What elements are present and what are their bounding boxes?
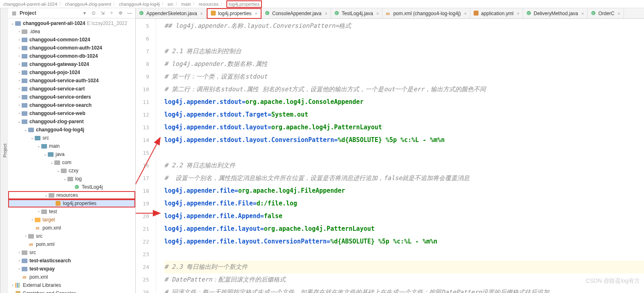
tree-item[interactable]: ›src — [8, 248, 135, 257]
tree-item[interactable]: mpom.xml — [8, 273, 135, 281]
chevron-right-icon[interactable]: › — [17, 29, 21, 34]
chevron-down-icon[interactable]: ⌄ — [30, 136, 34, 140]
code-line[interactable] — [164, 146, 644, 159]
tree-item[interactable]: ›changgou4-service-auth-1024 — [8, 77, 135, 85]
project-side-label[interactable]: Project — [0, 8, 8, 293]
expand-all-icon[interactable]: ⇲ — [99, 10, 106, 16]
chevron-right-icon[interactable]: › — [17, 95, 21, 99]
tree-item[interactable]: ›target — [8, 216, 135, 224]
tree-item[interactable]: ›test-elasticsearch — [8, 257, 135, 265]
code-line[interactable]: log4j.appender.file.layout.ConversionPat… — [164, 235, 644, 248]
chevron-down-icon[interactable]: ⌄ — [11, 21, 15, 25]
code-line[interactable]: log4j.appender.file.File=d:/file.log — [164, 197, 644, 210]
tree-item[interactable]: ›changgou4-service-web — [8, 109, 135, 117]
tree-item[interactable]: ›test-wxpay — [8, 265, 135, 273]
code-line[interactable]: # 第一行：一个类，设置别名stdout — [164, 70, 644, 83]
chevron-down-icon[interactable]: ⌄ — [44, 193, 48, 197]
tree-item[interactable]: ⌄log — [8, 175, 135, 183]
tree-item[interactable]: mpom.xml — [8, 224, 135, 232]
code-line[interactable]: # DatePattern：配置回滚文件的后缀格式 — [164, 273, 644, 286]
chevron-down-icon[interactable]: ⌄ — [24, 128, 28, 132]
tree-item[interactable]: ›changgou4-service-cart — [8, 85, 135, 93]
tree-item[interactable]: ⌄src — [8, 134, 135, 142]
chevron-right-icon[interactable]: › — [17, 259, 21, 263]
code-line[interactable]: # log4j.appender.数据名称.属性 — [164, 58, 644, 70]
hide-icon[interactable]: — — [126, 10, 133, 16]
chevron-right-icon[interactable]: › — [17, 111, 21, 115]
editor-tab[interactable]: log4j.properties× — [207, 8, 262, 19]
code-line[interactable]: log4j.appender.file.layout=org.apache.lo… — [164, 223, 644, 235]
tree-item[interactable]: ›changgou4-gateway-1024 — [8, 60, 135, 68]
editor-tab[interactable]: application.yml× — [470, 8, 523, 18]
close-icon[interactable]: × — [200, 11, 203, 16]
chevron-down-icon[interactable]: ⌄ — [37, 144, 41, 148]
code-line[interactable]: # 2.1 将日志输出到控制台 — [164, 45, 644, 58]
chevron-right-icon[interactable]: › — [17, 70, 21, 74]
code-editor[interactable]: ## log4j.appender.名称.layout.ConversionPa… — [156, 19, 644, 293]
tree-item[interactable]: mpom.xml — [8, 240, 135, 248]
code-line[interactable]: # 设置一个别名，属性指定消息输出文件所在位置，设置是否将消息进行追加，fals… — [164, 172, 644, 185]
chevron-right-icon[interactable]: › — [17, 54, 21, 58]
editor-tab[interactable]: mpom.xml (changgou4-log-log4j)× — [382, 8, 470, 18]
tree-item[interactable]: log4j.properties — [8, 199, 135, 207]
breadcrumb-segment[interactable]: src — [168, 2, 174, 7]
code-line[interactable]: log4j.appender.file.Append=false — [164, 210, 644, 223]
breadcrumb-segment[interactable]: changgou4-log-log4j — [119, 2, 160, 7]
chevron-down-icon[interactable]: ⌄ — [63, 177, 67, 181]
tree-item[interactable]: ›changgou4-common-db-1024 — [8, 52, 135, 60]
tree-item[interactable]: ›External Libraries — [8, 281, 135, 289]
chevron-down-icon[interactable]: ⌄ — [56, 169, 60, 173]
select-opened-icon[interactable]: ⊙ — [90, 10, 97, 16]
chevron-right-icon[interactable]: › — [17, 103, 21, 107]
tree-item[interactable]: ›changgou4-common-1024 — [8, 36, 135, 44]
chevron-right-icon[interactable]: › — [17, 79, 21, 83]
tree-item[interactable]: ⌄com — [8, 158, 135, 167]
chevron-right-icon[interactable]: › — [37, 210, 41, 214]
tree-item[interactable]: ›Scratches and Consoles — [8, 289, 135, 293]
chevron-down-icon[interactable]: ⌄ — [43, 152, 47, 156]
code-line[interactable] — [164, 248, 644, 261]
tree-item[interactable]: ⌄changgou4-zlog-parent — [8, 117, 135, 126]
code-line[interactable]: # 2.2 将日志输出到文件 — [164, 159, 644, 172]
code-line[interactable] — [164, 32, 644, 45]
tree-item[interactable]: ›changgou4-common-auth-1024 — [8, 44, 135, 52]
tree-item[interactable]: ›.idea — [8, 27, 135, 36]
breadcrumb-segment[interactable]: main — [181, 2, 191, 7]
code-line[interactable]: log4j.appender.stdout=org.apache.log4j.C… — [164, 96, 644, 108]
close-icon[interactable]: × — [581, 11, 584, 16]
chevron-right-icon[interactable]: › — [11, 283, 15, 287]
chevron-down-icon[interactable]: ▾ — [81, 10, 88, 16]
close-icon[interactable]: × — [517, 11, 519, 16]
chevron-right-icon[interactable]: › — [17, 267, 21, 271]
code-line[interactable]: log4j.appender.file=org.apache.log4j.Fil… — [164, 185, 644, 197]
editor-tab[interactable]: COrderC× — [588, 8, 624, 18]
tree-item[interactable]: ⌄changgou4-log-log4j — [8, 126, 135, 134]
code-line[interactable]: # 第二行：调用别名stdout.属性 别名的set方式，设置他的输出方式，一个… — [164, 83, 644, 96]
tree-item[interactable]: ›changgou4-pojo-1024 — [8, 68, 135, 77]
tree-item[interactable]: ›changgou4-service-search — [8, 101, 135, 109]
breadcrumb-segment[interactable]: resources — [199, 2, 218, 7]
chevron-right-icon[interactable]: › — [17, 87, 21, 91]
editor-tab[interactable]: CDeliveryMethod.java× — [523, 8, 588, 18]
chevron-right-icon[interactable]: › — [17, 62, 21, 66]
code-line[interactable]: # 2.3 每日输出到一个新文件 — [164, 261, 644, 273]
chevron-right-icon[interactable]: › — [24, 234, 28, 238]
chevron-right-icon[interactable]: › — [30, 218, 34, 222]
breadcrumb-segment[interactable]: changgou4-zlog-parent — [65, 2, 111, 7]
tree-item[interactable]: ⌄main — [8, 142, 135, 150]
close-icon[interactable]: × — [325, 11, 327, 16]
code-line[interactable]: log4j.appender.stdout.layout=org.apache.… — [164, 121, 644, 134]
code-line[interactable]: log4j.appender.stdout.layout.ConversionP… — [164, 134, 644, 146]
code-line[interactable]: log4j.appender.stdout.Target=System.out — [164, 108, 644, 121]
chevron-down-icon[interactable]: ⌄ — [17, 119, 21, 124]
tree-item[interactable]: ›test — [8, 207, 135, 216]
tree-item[interactable]: ⌄java — [8, 150, 135, 158]
chevron-right-icon[interactable]: › — [17, 250, 21, 255]
close-icon[interactable]: × — [376, 11, 379, 16]
editor-tab[interactable]: CAppenderSkeleton.java× — [136, 8, 207, 18]
collapse-icon[interactable]: ÷ — [108, 10, 115, 16]
breadcrumb-segment[interactable]: changgou4-parent-ali-1024 — [3, 2, 57, 7]
tree-item[interactable]: ⌄resources — [8, 191, 135, 199]
breadcrumb-segment[interactable]: log4j.properties — [229, 2, 259, 7]
editor-tab[interactable]: CTestLog4j.java× — [331, 8, 382, 18]
